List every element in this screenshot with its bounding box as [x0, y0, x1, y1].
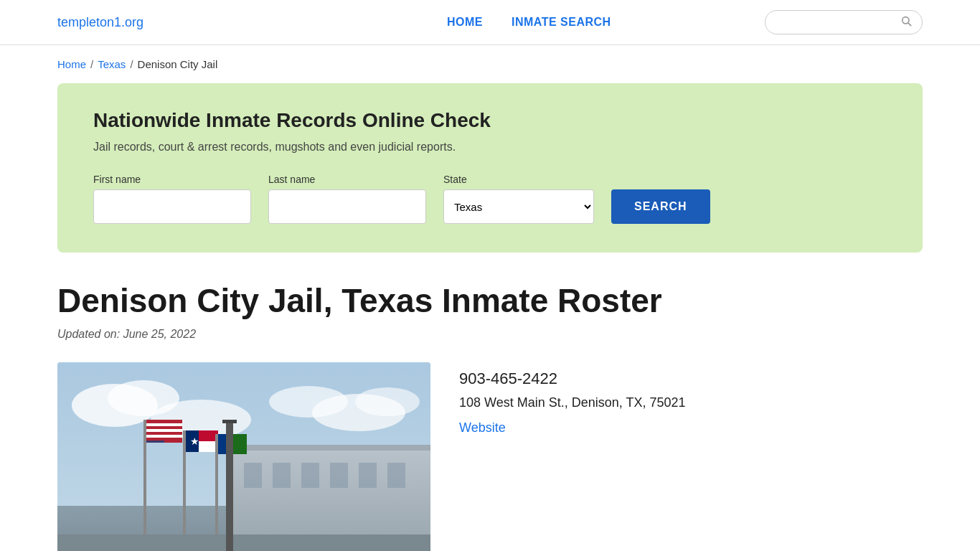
- header-search-box: [765, 10, 923, 34]
- search-icon: [900, 15, 912, 29]
- nav-inmate-search[interactable]: INMATE SEARCH: [512, 16, 611, 29]
- state-select[interactable]: TexasAlabamaAlaskaArizonaArkansasCalifor…: [443, 189, 594, 224]
- svg-point-0: [903, 17, 909, 24]
- state-group: State TexasAlabamaAlaskaArizonaArkansasC…: [443, 174, 594, 224]
- search-fields: First name Last name State TexasAlabamaA…: [93, 174, 887, 224]
- svg-rect-14: [273, 463, 291, 488]
- website-link[interactable]: Website: [459, 420, 506, 435]
- last-name-group: Last name: [268, 174, 426, 224]
- phone-number: 903-465-2422: [459, 369, 686, 388]
- svg-rect-30: [215, 434, 218, 534]
- jail-info: 903-465-2422 108 West Main St., Denison,…: [459, 362, 686, 435]
- jail-image: ★: [57, 362, 430, 551]
- breadcrumb-sep-2: /: [130, 58, 133, 70]
- svg-rect-32: [218, 434, 227, 454]
- svg-rect-18: [387, 463, 405, 488]
- first-name-input[interactable]: [93, 189, 251, 224]
- header: templeton1.org HOME INMATE SEARCH: [0, 0, 980, 45]
- svg-rect-34: [222, 420, 237, 423]
- main-content: Denison City Jail, Texas Inmate Roster U…: [0, 253, 980, 551]
- svg-rect-15: [301, 463, 319, 488]
- svg-rect-13: [244, 463, 262, 488]
- page-title: Denison City Jail, Texas Inmate Roster: [57, 281, 923, 321]
- svg-rect-10: [57, 534, 430, 551]
- last-name-input[interactable]: [268, 189, 426, 224]
- search-panel-subtitle: Jail records, court & arrest records, mu…: [93, 141, 887, 154]
- breadcrumb-current: Denison City Jail: [138, 58, 218, 70]
- breadcrumb-sep-1: /: [90, 58, 93, 70]
- svg-rect-25: [183, 430, 186, 534]
- svg-rect-33: [226, 420, 233, 551]
- svg-rect-23: [146, 435, 182, 438]
- updated-date: Updated on: June 25, 2022: [57, 328, 923, 341]
- breadcrumb-home[interactable]: Home: [57, 58, 86, 70]
- nav-home[interactable]: HOME: [447, 16, 483, 29]
- svg-rect-12: [230, 445, 430, 451]
- svg-rect-17: [359, 463, 377, 488]
- inmate-search-panel: Nationwide Inmate Records Online Check J…: [57, 83, 923, 253]
- jail-address: 108 West Main St., Denison, TX, 75021: [459, 395, 686, 410]
- first-name-group: First name: [93, 174, 251, 224]
- site-logo[interactable]: templeton1.org: [57, 15, 293, 30]
- search-panel-title: Nationwide Inmate Records Online Check: [93, 109, 887, 132]
- svg-text:★: ★: [190, 436, 199, 447]
- svg-rect-16: [330, 463, 348, 488]
- header-search-input[interactable]: [776, 17, 900, 28]
- svg-rect-11: [230, 448, 430, 534]
- main-nav: HOME INMATE SEARCH: [293, 16, 765, 29]
- state-label: State: [443, 174, 594, 185]
- svg-rect-21: [146, 423, 182, 426]
- svg-rect-19: [143, 420, 146, 534]
- breadcrumb-texas[interactable]: Texas: [98, 58, 126, 70]
- last-name-label: Last name: [268, 174, 426, 185]
- svg-point-8: [355, 387, 420, 416]
- first-name-label: First name: [93, 174, 251, 185]
- svg-rect-22: [146, 429, 182, 432]
- breadcrumb: Home / Texas / Denison City Jail: [0, 45, 980, 83]
- search-button[interactable]: SEARCH: [611, 189, 710, 224]
- svg-line-1: [908, 23, 910, 25]
- svg-rect-24: [146, 441, 164, 443]
- content-row: ★ 903-465-2422 108 West Main St., Deniso…: [57, 362, 923, 551]
